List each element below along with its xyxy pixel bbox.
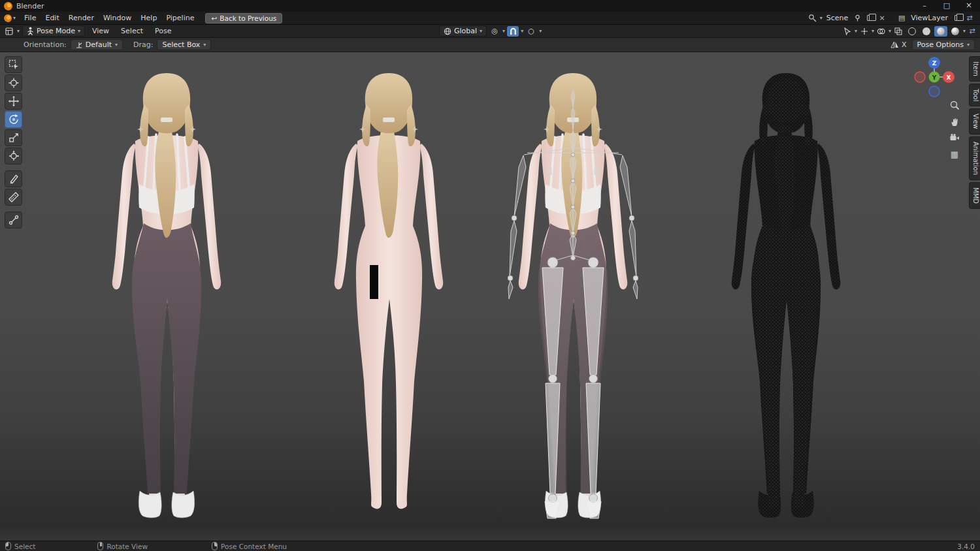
menu-help[interactable]: Help [136, 12, 161, 24]
menu-pose[interactable]: Pose [150, 25, 176, 37]
scene-name[interactable]: Scene [825, 14, 851, 22]
transform-orientation-selector[interactable]: Global ▾ [439, 25, 487, 37]
menu-pipeline[interactable]: Pipeline [161, 12, 199, 24]
pose-mode-icon [27, 27, 34, 35]
tab-animation[interactable]: Animation [969, 136, 980, 180]
chevron-down-icon[interactable]: ▾ [17, 29, 20, 34]
camera-icon [949, 133, 960, 142]
tab-item[interactable]: Item [969, 56, 980, 82]
tab-tool[interactable]: Tool [969, 84, 980, 106]
zoom-button[interactable] [949, 99, 960, 111]
pose-options-dropdown[interactable]: Pose Options ▾ [912, 39, 975, 50]
transform-tool[interactable] [5, 148, 22, 165]
menu-edit[interactable]: Edit [41, 12, 63, 24]
globe-icon [444, 27, 451, 35]
zoom-icon [951, 102, 957, 108]
mode-selector[interactable]: Pose Mode ▾ [22, 25, 85, 37]
selectability-icon[interactable] [841, 26, 853, 37]
orientation-label: Orientation: [24, 40, 67, 49]
viewport-nav-buttons: ▦ [949, 99, 960, 160]
move-tool[interactable] [5, 93, 22, 110]
chevron-down-icon[interactable]: ▾ [889, 29, 891, 34]
camera-view-button[interactable] [949, 132, 960, 144]
menu-window[interactable]: Window [99, 12, 136, 24]
sidebar-tabs: Item Tool View Animation MMD [969, 56, 980, 209]
viewlayer-name[interactable]: ViewLayer [909, 14, 950, 22]
character-armature[interactable] [508, 69, 638, 523]
cursor-tool[interactable] [5, 74, 22, 91]
show-overlays-icon[interactable] [875, 26, 887, 37]
tweak-select-tool[interactable] [5, 56, 22, 73]
annotate-tool[interactable] [5, 170, 22, 187]
orientation-dropdown[interactable]: Default ▾ [71, 39, 123, 50]
new-scene-icon[interactable] [864, 13, 875, 24]
editor-type-icon[interactable] [4, 26, 14, 37]
maximize-button[interactable]: □ [936, 0, 958, 12]
menu-file[interactable]: File [20, 12, 41, 24]
pivot-point-icon[interactable]: ◎ [489, 26, 500, 37]
xray-toggle-icon[interactable] [892, 26, 904, 37]
x-mirror-toggle[interactable]: X [890, 40, 907, 49]
axis-z-negative[interactable] [929, 86, 939, 97]
tab-view[interactable]: View [969, 108, 980, 134]
window-controls: – □ × [913, 0, 980, 12]
chevron-down-icon[interactable]: ▾ [855, 29, 857, 34]
chevron-down-icon[interactable]: ▾ [521, 29, 523, 34]
shading-options-icon[interactable]: ⇄ [967, 26, 977, 37]
rendered-sphere-icon [951, 27, 959, 35]
browse-scene-icon[interactable] [808, 13, 818, 24]
orientation-icon [76, 42, 82, 48]
ortho-grid-button[interactable]: ▦ [949, 148, 960, 160]
chevron-down-icon[interactable]: ▾ [872, 29, 874, 34]
svg-text:X: X [947, 74, 951, 81]
drag-label: Drag: [133, 40, 153, 49]
character-body[interactable] [323, 69, 454, 523]
unlink-scene-icon[interactable]: × [877, 13, 887, 24]
shading-rendered-button[interactable] [949, 26, 962, 37]
3d-viewport[interactable]: Z X Y ▦ Item Tool View Animat [0, 52, 980, 541]
tab-mmd[interactable]: MMD [969, 182, 980, 209]
scale-icon [8, 132, 20, 144]
menu-select[interactable]: Select [116, 25, 148, 37]
swap-viewlayer-icon[interactable]: ⇄ [964, 13, 975, 24]
scale-tool[interactable] [5, 129, 22, 146]
breakdowner-icon [8, 214, 20, 226]
shading-material-button[interactable] [934, 26, 947, 37]
viewport-header: ▾ Pose Mode ▾ View Select Pose Global ▾ … [0, 25, 980, 38]
close-button[interactable]: × [958, 0, 980, 12]
statusbar: Select Rotate View Pose Context Menu 3.4… [0, 541, 980, 551]
pose-breakdowner-tool[interactable] [5, 212, 22, 228]
solid-sphere-icon [923, 27, 930, 35]
app-menu-button[interactable]: ▾ [0, 14, 20, 22]
censor-bar [370, 265, 378, 299]
character-wireframe[interactable] [721, 69, 851, 523]
chevron-down-icon[interactable]: ▾ [820, 16, 823, 21]
snap-magnet-icon[interactable] [507, 26, 519, 37]
proportional-editing-icon[interactable]: ○ [525, 26, 537, 37]
material-sphere-icon [937, 27, 945, 35]
navigation-gizmo[interactable]: Z X Y [913, 56, 955, 98]
shading-solid-button[interactable] [920, 26, 933, 37]
chevron-down-icon[interactable]: ▾ [963, 29, 966, 34]
rotate-tool[interactable] [5, 111, 22, 128]
pin-scene-icon[interactable] [852, 13, 862, 24]
menu-render[interactable]: Render [64, 12, 99, 24]
back-to-previous-button[interactable]: ↩ Back to Previous [205, 13, 282, 24]
shading-wireframe-button[interactable] [906, 26, 919, 37]
minimize-button[interactable]: – [913, 0, 936, 12]
menu-view[interactable]: View [88, 25, 114, 37]
viewlayer-icon[interactable]: ▤ [896, 13, 907, 24]
pan-button[interactable] [949, 116, 960, 127]
chevron-down-icon[interactable]: ▾ [539, 29, 542, 34]
blender-menu-icon [4, 14, 12, 22]
select-box-icon [8, 59, 20, 71]
axis-x-negative[interactable] [915, 72, 925, 82]
chevron-down-icon: ▾ [13, 16, 16, 21]
show-gizmo-icon[interactable] [858, 26, 870, 37]
drag-dropdown[interactable]: Select Box ▾ [157, 39, 211, 50]
new-viewlayer-icon[interactable] [952, 13, 962, 24]
character-clothed[interactable] [101, 69, 232, 523]
measure-tool[interactable] [5, 189, 22, 206]
chevron-down-icon[interactable]: ▾ [502, 29, 505, 34]
chevron-down-icon: ▾ [78, 29, 80, 34]
